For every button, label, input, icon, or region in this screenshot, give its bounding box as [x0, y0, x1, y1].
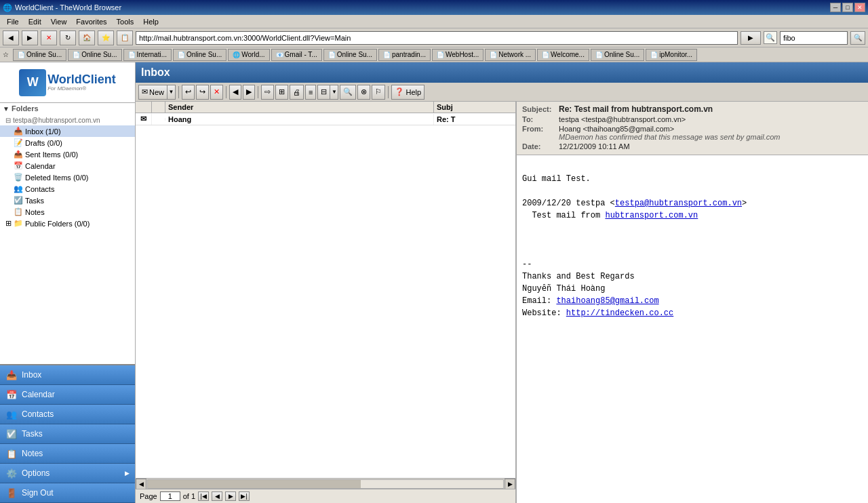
body-website: Website: http://tindecken.co.cc: [522, 308, 673, 318]
scroll-right-btn[interactable]: ▶: [505, 479, 515, 489]
folder-public[interactable]: ⊞ 📁 Public Folders (0/0): [0, 218, 135, 229]
menu-file[interactable]: File: [3, 16, 23, 27]
titlebar-title: 🌐 WorldClient - TheWorld Browser: [3, 3, 121, 12]
gmail-link[interactable]: thaihoang85@gmail.com: [556, 296, 658, 306]
folders-header[interactable]: ▼ Folders: [0, 103, 135, 114]
new-button[interactable]: ✉ New: [138, 85, 167, 100]
logo-icon: W: [19, 69, 46, 96]
menu-view[interactable]: View: [47, 16, 71, 27]
folder-notes[interactable]: 📋 Notes: [0, 206, 135, 218]
scroll-left-btn[interactable]: ◀: [136, 479, 146, 489]
next-button[interactable]: ▶: [243, 85, 255, 100]
link-hubtransport[interactable]: hubtransport.com.vn: [605, 211, 698, 220]
minimize-button[interactable]: ─: [830, 3, 841, 12]
col-subject[interactable]: Subj: [434, 102, 515, 113]
page-first-btn[interactable]: |◀: [198, 491, 209, 501]
from-label: From:: [522, 125, 556, 133]
bookmark-1[interactable]: 📄Online Su...: [13, 49, 66, 61]
folder-drafts[interactable]: 📝 Drafts (0/0): [0, 137, 135, 148]
folder-inbox[interactable]: 📥 Inbox (1/0): [0, 125, 135, 137]
search-input[interactable]: [780, 31, 848, 45]
scroll-track[interactable]: [147, 479, 504, 489]
email-link-testpa[interactable]: testpa@hubtransport.com.vn: [615, 199, 742, 208]
folder-tasks[interactable]: ☑️ Tasks: [0, 195, 135, 206]
forward-button[interactable]: ⇨: [261, 85, 274, 100]
replyall-button[interactable]: ↪: [196, 85, 209, 100]
menu-tools[interactable]: Tools: [113, 16, 138, 27]
menu-favorites[interactable]: Favorites: [72, 16, 111, 27]
bookmark-13[interactable]: 📄ipMonitor...: [646, 49, 697, 61]
bookmark-6[interactable]: 📧Gmail - T...: [271, 49, 322, 61]
menu-help[interactable]: Help: [139, 16, 163, 27]
restore-button[interactable]: □: [842, 3, 853, 12]
website-link[interactable]: http://tindecken.co.cc: [566, 308, 673, 318]
bookmark-7[interactable]: 📄Online Su...: [323, 49, 377, 61]
bookmark-11[interactable]: 📄Welcome...: [537, 49, 589, 61]
nav-tasks[interactable]: ☑️ Tasks: [0, 424, 135, 444]
page-prev-btn[interactable]: ◀: [212, 491, 222, 501]
sent-icon: 📤: [14, 150, 23, 159]
folder-contacts[interactable]: 👥 Contacts: [0, 183, 135, 195]
refresh-button[interactable]: ↻: [60, 31, 76, 45]
spam-button[interactable]: ⊗: [357, 85, 370, 100]
nav-contacts[interactable]: 👥 Contacts: [0, 405, 135, 424]
folder-deleted[interactable]: 🗑️ Deleted Items (0/0): [0, 172, 135, 183]
view-toggle[interactable]: ⊟: [317, 85, 330, 100]
nav-signout[interactable]: 🚪 Sign Out: [0, 483, 135, 503]
nav-notes[interactable]: 📋 Notes: [0, 444, 135, 464]
body-line4: Test mail from hubtransport.com.vn: [522, 211, 698, 220]
bookmark-8[interactable]: 📄pantradin...: [378, 49, 431, 61]
view-dropdown[interactable]: ▼: [330, 85, 338, 100]
nav-notes-label: Notes: [22, 449, 43, 458]
nav-calendar[interactable]: 📅 Calendar: [0, 385, 135, 405]
col-sender[interactable]: Sender: [165, 102, 434, 113]
main-layout: W WorldClient For MDaemon® ▼ Folders ⊟ t…: [0, 62, 868, 503]
history-button[interactable]: 📋: [117, 31, 133, 45]
address-input[interactable]: [136, 31, 738, 45]
go-button[interactable]: ▶: [741, 31, 761, 45]
find-button[interactable]: 🔍: [340, 85, 356, 100]
folder-calendar[interactable]: 📅 Calendar: [0, 160, 135, 172]
delete-button[interactable]: ✕: [210, 85, 223, 100]
page-next-btn[interactable]: ▶: [225, 491, 236, 501]
bookmark-10[interactable]: 📄Network ...: [485, 49, 536, 61]
reply-button[interactable]: ↩: [182, 85, 195, 100]
filter-button[interactable]: ⚐: [372, 85, 385, 100]
drafts-icon: 📝: [14, 138, 23, 147]
print-button[interactable]: 🖨: [290, 85, 304, 100]
page-last-btn[interactable]: ▶|: [239, 491, 250, 501]
email-row[interactable]: ✉ Hoang Re: T: [136, 113, 515, 125]
move-button[interactable]: ⊞: [275, 85, 288, 100]
help-button[interactable]: ❓ Help: [391, 85, 425, 100]
nav-calendar-label: Calendar: [22, 390, 55, 399]
bookmark-button[interactable]: ⭐: [98, 31, 114, 45]
menu-edit[interactable]: Edit: [24, 16, 45, 27]
back-button[interactable]: ◀: [3, 31, 19, 45]
bookmark-3[interactable]: 📄Internati...: [123, 49, 172, 61]
account-label[interactable]: ⊟ testpa@hubtransport.com.vn: [0, 115, 135, 125]
close-button[interactable]: ✕: [854, 3, 865, 12]
home-button[interactable]: 🏠: [79, 31, 95, 45]
email-attach-cell: [152, 118, 165, 121]
stop-button[interactable]: ✕: [41, 31, 57, 45]
bookmark-9[interactable]: 📄WebHost...: [432, 49, 484, 61]
prev-button[interactable]: ◀: [229, 85, 241, 100]
nav-options[interactable]: ⚙️ Options: [0, 464, 135, 483]
to-row: To: testpa <testpa@hubtransport.com.vn>: [522, 115, 863, 123]
bookmark-12[interactable]: 📄Online Su...: [591, 49, 644, 61]
view-btn[interactable]: ≡: [305, 85, 316, 100]
search-go-button[interactable]: 🔍: [850, 31, 865, 45]
bookmark-2[interactable]: 📄Online Su...: [68, 49, 121, 61]
body-name: Nguyễn Thái Hoàng: [522, 284, 605, 294]
nav-inbox[interactable]: 📥 Inbox: [0, 365, 135, 385]
bookmark-4[interactable]: 📄Online Su...: [173, 49, 226, 61]
bookmark-5[interactable]: 🌐World...: [228, 49, 269, 61]
page-input[interactable]: [160, 491, 180, 501]
forward-button[interactable]: ▶: [22, 31, 38, 45]
email-list: ✉ Hoang Re: T: [136, 113, 515, 296]
folder-sent[interactable]: 📤 Sent Items (0/0): [0, 148, 135, 160]
sent-label: Sent Items (0/0): [25, 150, 78, 159]
new-dropdown[interactable]: ▼: [167, 85, 176, 100]
calendar-label: Calendar: [25, 162, 56, 170]
nav-inbox-label: Inbox: [22, 370, 41, 380]
